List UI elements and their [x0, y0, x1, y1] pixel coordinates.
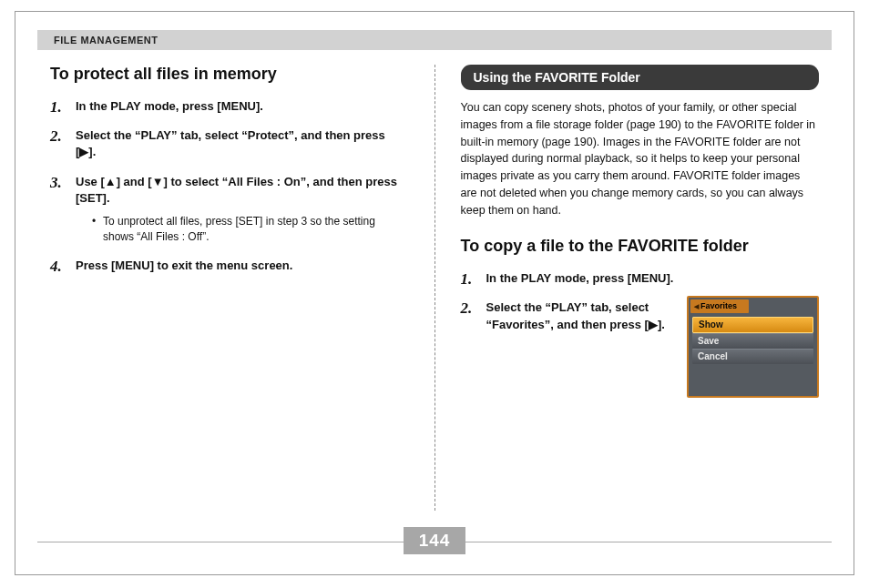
step-text: Press [MENU] to exit the menu screen.	[76, 259, 292, 272]
favorite-body-text: You can copy scenery shots, photos of yo…	[461, 99, 820, 218]
step-item: Press [MENU] to exit the menu screen.	[50, 258, 409, 274]
step-item: Select the “PLAY” tab, select “Favorites…	[461, 299, 820, 398]
copy-steps: In the PLAY mode, press [MENU]. Select t…	[461, 270, 820, 398]
manual-page: FILE MANAGEMENT To protect all files in …	[15, 11, 854, 575]
step-text: In the PLAY mode, press [MENU].	[486, 271, 674, 285]
step-note-list: To unprotect all files, press [SET] in s…	[76, 214, 409, 245]
menu-title: Favorites	[690, 299, 749, 313]
step-text: Use [▲] and [▼] to select “All Files : O…	[76, 175, 397, 205]
step-text: In the PLAY mode, press [MENU].	[76, 99, 263, 113]
step-note: To unprotect all files, press [SET] in s…	[92, 214, 409, 245]
left-column: To protect all files in memory In the PL…	[50, 65, 409, 511]
step-item: Select the “PLAY” tab, select “Protect”,…	[50, 127, 409, 160]
favorite-pill-header: Using the FAVORITE Folder	[461, 65, 820, 90]
step-item: In the PLAY mode, press [MENU].	[461, 270, 820, 287]
page-number: 144	[404, 527, 465, 554]
step-item: Use [▲] and [▼] to select “All Files : O…	[50, 174, 409, 245]
left-heading: To protect all files in memory	[50, 65, 409, 84]
step-text: Select the “PLAY” tab, select “Favorites…	[486, 299, 677, 332]
protect-steps: In the PLAY mode, press [MENU]. Select t…	[50, 98, 409, 274]
step-text: Select the “PLAY” tab, select “Protect”,…	[76, 128, 385, 158]
column-divider	[434, 65, 435, 511]
menu-item-cancel: Cancel	[692, 349, 813, 364]
right-heading: To copy a file to the FAVORITE folder	[461, 237, 820, 256]
favorites-menu-screenshot: Favorites Show Save Cancel	[687, 296, 819, 398]
menu-item-save: Save	[692, 333, 813, 349]
menu-items: Show Save Cancel	[692, 317, 813, 364]
page-footer: 144	[37, 525, 832, 558]
content-columns: To protect all files in memory In the PL…	[50, 65, 819, 511]
step-item: In the PLAY mode, press [MENU].	[50, 98, 409, 115]
section-header-band: FILE MANAGEMENT	[37, 30, 832, 50]
section-header-text: FILE MANAGEMENT	[54, 35, 158, 46]
menu-item-show: Show	[692, 317, 813, 333]
right-column: Using the FAVORITE Folder You can copy s…	[461, 65, 820, 511]
